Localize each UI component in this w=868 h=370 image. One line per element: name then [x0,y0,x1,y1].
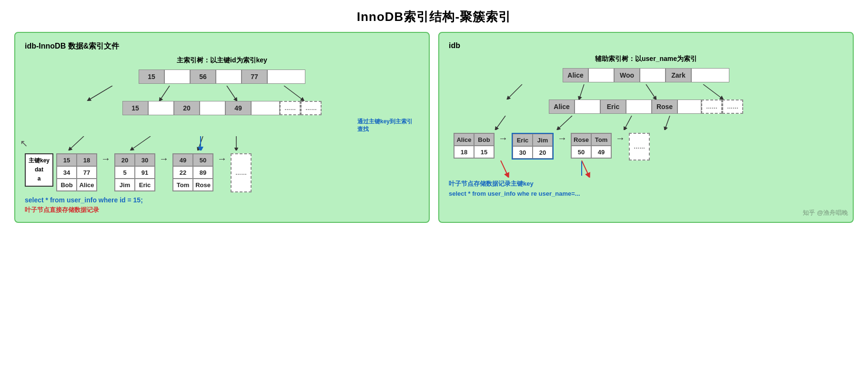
root-cell-15: 15 [139,70,164,84]
r-root-woo: Woo [614,68,640,82]
rl3-r1c2: Tom [591,133,611,146]
arrow-right-2: → [158,153,170,164]
red-annotation-left: 叶子节点直接存储数据记录 [25,206,419,214]
blue-annotation-right: 叶子节点存储数据记录主键key [449,180,843,188]
root-node-row: 15 56 77 [25,70,419,84]
svg-line-1 [160,86,170,100]
leaf3-r2c2: 89 [193,166,213,179]
watermark: 知乎 @渔舟唱晚 [803,209,848,217]
rl2-eric: Eric [600,100,626,114]
leaf3-r3c2: Rose [193,179,213,191]
leaf2-r3c1: Jim [115,179,135,191]
leaf1-r3c1: Bob [57,179,77,191]
rl1-r2c2: 15 [474,146,494,158]
leaf1-r2c2: 77 [77,166,97,179]
arrow-right-1: → [100,153,111,164]
l2-cell-e1 [148,101,174,115]
svg-line-4 [70,136,84,150]
right-root-node: Alice Woo Zark [563,68,729,82]
r-leaf-node-3: Rose Tom 50 49 [571,133,612,159]
page-title: InnoDB索引结构-聚簇索引 [0,0,868,32]
rl1-r1c1: Alice [454,133,474,146]
rl3-r1c1: Rose [571,133,591,146]
root-to-l2-arrows [55,86,389,101]
svg-line-13 [496,116,505,129]
leaf-node-1: 15 18 34 77 Bob Alice [56,153,97,191]
query-text-right: select * from user_info whe re user_name… [449,190,843,197]
r-root-alice: Alice [563,68,588,82]
leaf3-r1c2: 50 [193,154,213,166]
right-red-arrows [479,160,813,178]
cursor-icon: ↖ [20,138,28,149]
l2-cell-20: 20 [174,101,200,115]
leaf-label-box: 主键key data [25,153,53,187]
svg-line-18 [582,160,589,176]
left-annotations: select * from user_info where id = 15; 叶… [25,196,419,214]
leaf1-r2c1: 34 [57,166,77,179]
l2-cell-49: 49 [225,101,251,115]
r-arrow-right-3: → [615,133,626,144]
r-arrow-right-2: → [556,133,568,144]
rl2-r2c2: 20 [533,146,553,159]
left-panel-title: idb-InnoDB 数据&索引文件 [25,41,419,51]
root-cell-e3 [267,70,305,84]
leaf-label-data: data [29,165,50,183]
leaf2-r2c1: 5 [115,166,135,179]
rl2-alice: Alice [549,100,575,114]
right-panel: idb 辅助索引树：以user_name为索引 Alice Woo Zark [438,32,854,223]
svg-line-0 [89,86,112,100]
level2-node-row: 15 20 49 …… …… [25,101,419,115]
leaf2-r3c2: Eric [135,179,155,191]
leaf2-r2c2: 91 [135,166,155,179]
leaf-section: 主键key data 15 18 34 77 Bob Alice [25,153,419,192]
left-panel: ↖ idb-InnoDB 数据&索引文件 主索引树：以主键id为索引key 15… [14,32,430,223]
r-root-zark: Zark [666,68,691,82]
rl2-r1c2: Jim [533,134,553,146]
root-node: 15 56 77 [139,70,305,84]
svg-line-5 [131,136,151,150]
page-wrapper: InnoDB索引结构-聚簇索引 ↖ idb-InnoDB 数据&索引文件 主索引… [0,0,868,232]
right-level2-row: Alice Eric Rose …… …… [449,100,843,114]
l2-dashed-1: …… [280,101,301,115]
leaf3-r2c1: 22 [173,166,193,179]
arrow-right-3: → [216,153,228,164]
right-root-node-row: Alice Woo Zark [449,68,843,82]
rl2-e2 [626,100,652,114]
svg-line-11 [646,84,656,99]
blue-annotation-left: 通过主键key到主索引查找 [357,118,414,133]
leaf-node-3: 49 50 22 89 Tom Rose [172,153,213,191]
l2-to-leaf-arrows [55,136,389,150]
r-root-e3 [691,68,729,82]
rl1-r2c1: 18 [454,146,474,158]
right-panel-title: idb [449,41,843,50]
svg-line-9 [508,84,522,99]
rl2-r2c1: 30 [513,146,533,159]
right-level2-node: Alice Eric Rose …… …… [549,100,743,114]
leaf2-r1c1: 20 [115,154,135,166]
r-root-e1 [588,68,614,82]
query-text-left: select * from user_info where id = 15; [25,196,419,204]
leaf3-r3c1: Tom [173,179,193,191]
blue-annotation-area: 通过主键key到主索引查找 [25,117,419,136]
svg-line-17 [501,160,508,176]
root-cell-56: 56 [190,70,216,84]
r-leaf-dashed: …… [629,133,650,160]
level2-node: 15 20 49 …… …… [122,101,322,115]
root-cell-77: 77 [242,70,267,84]
rl2-rose: Rose [652,100,677,114]
right-leaf-section: Alice Bob 18 15 → Eric Jim [454,133,843,160]
svg-line-2 [227,86,236,100]
right-l2-arrows [479,116,813,130]
root-cell-e2 [216,70,242,84]
l2-cell-e3 [251,101,280,115]
svg-line-3 [284,86,303,100]
rl3-r2c2: 49 [591,146,611,158]
r-root-e2 [640,68,666,82]
svg-line-14 [558,116,572,129]
rl2-e1 [575,100,600,114]
leaf1-r3c2: Alice [77,179,97,191]
rl2-r1c1: Eric [513,134,533,146]
l2-cell-15: 15 [122,101,148,115]
leaf-dashed: …… [231,153,252,192]
leaf-node-2: 20 30 5 91 Jim Eric [114,153,155,191]
